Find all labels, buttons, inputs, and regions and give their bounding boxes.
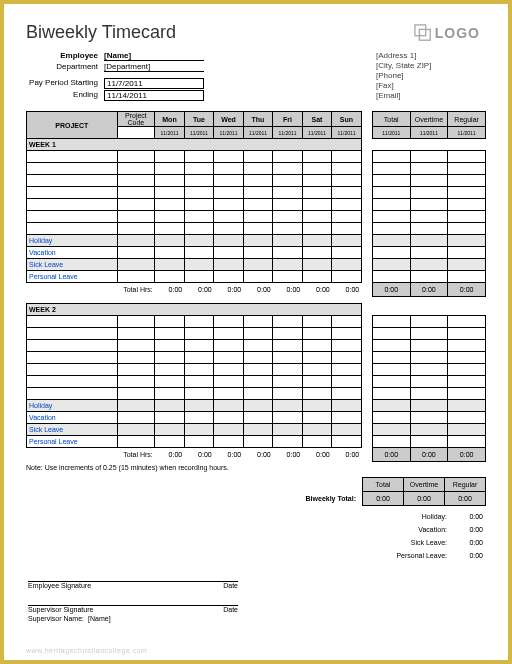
logo: LOGO xyxy=(414,24,480,42)
special-row[interactable]: Personal Leave xyxy=(27,436,486,448)
col-overtime: Overtime xyxy=(410,112,448,127)
sum-total: Total xyxy=(363,478,404,492)
col-fri: Fri xyxy=(273,112,303,127)
paystart-label: Pay Period Starting xyxy=(26,78,104,89)
emp-sig-label: Employee Signature xyxy=(28,582,223,589)
ending-label: Ending xyxy=(26,90,104,101)
special-row[interactable]: Sick Leave xyxy=(27,259,486,271)
sup-sig-label: Supervisor Signature xyxy=(28,606,223,613)
watermark: www.heritagechristiancollege.com xyxy=(26,647,147,654)
logo-text: LOGO xyxy=(435,25,480,41)
biweekly-label: Biweekly Total: xyxy=(303,492,363,506)
special-row[interactable]: Vacation xyxy=(27,412,486,424)
signature-block: Employee SignatureDate Supervisor Signat… xyxy=(28,581,238,632)
col-code: Project Code xyxy=(117,112,155,127)
department-label: Department xyxy=(26,62,104,72)
special-row[interactable]: Sick Leave xyxy=(27,424,486,436)
table-row[interactable] xyxy=(27,223,486,235)
sum-ot: Overtime xyxy=(404,478,445,492)
timecard-table: PROJECT Project Code Mon Tue Wed Thu Fri… xyxy=(26,111,486,462)
table-row[interactable] xyxy=(27,316,486,328)
sum-reg: Regular xyxy=(445,478,486,492)
col-mon: Mon xyxy=(155,112,185,127)
department-value[interactable]: [Department] xyxy=(104,62,204,72)
col-project: PROJECT xyxy=(27,112,118,139)
addr2: [City, State ZIP] xyxy=(376,61,486,70)
table-row[interactable] xyxy=(27,364,486,376)
col-wed: Wed xyxy=(214,112,244,127)
svg-rect-1 xyxy=(419,29,430,40)
table-row[interactable] xyxy=(27,340,486,352)
col-tue: Tue xyxy=(184,112,214,127)
email: [Email] xyxy=(376,91,486,100)
ending-value[interactable]: 11/14/2011 xyxy=(104,90,204,101)
table-row[interactable] xyxy=(27,151,486,163)
table-row[interactable] xyxy=(27,211,486,223)
special-row[interactable]: Vacation xyxy=(27,247,486,259)
col-sun: Sun xyxy=(332,112,362,127)
biweekly-summary: TotalOvertimeRegular Biweekly Total: 0:0… xyxy=(303,477,486,506)
leave-summary: Holiday:0:00 Vacation:0:00 Sick Leave:0:… xyxy=(393,510,486,562)
table-row[interactable] xyxy=(27,175,486,187)
col-regular: Regular xyxy=(448,112,486,127)
header-left: Employee [Name] Department [Department] … xyxy=(26,51,204,101)
svg-rect-0 xyxy=(415,25,426,36)
header-right: [Address 1] [City, State ZIP] [Phone] [F… xyxy=(376,51,486,101)
totals-row: Total Hrs:0:000:000:000:000:000:000:000:… xyxy=(27,448,486,462)
totals-row: Total Hrs:0:000:000:000:000:000:000:000:… xyxy=(27,283,486,297)
table-row[interactable] xyxy=(27,352,486,364)
col-thu: Thu xyxy=(243,112,273,127)
table-row[interactable] xyxy=(27,388,486,400)
table-row[interactable] xyxy=(27,163,486,175)
fax: [Fax] xyxy=(376,81,486,90)
table-row[interactable] xyxy=(27,199,486,211)
employee-label: Employee xyxy=(26,51,104,61)
col-sat: Sat xyxy=(302,112,332,127)
col-total: Total xyxy=(372,112,410,127)
table-row[interactable] xyxy=(27,376,486,388)
note: Note: Use increments of 0.25 (15 minutes… xyxy=(26,464,486,471)
logo-icon xyxy=(414,24,432,42)
week-header: WEEK 2 xyxy=(27,304,486,316)
special-row[interactable]: Personal Leave xyxy=(27,271,486,283)
employee-value[interactable]: [Name] xyxy=(104,51,204,61)
table-row[interactable] xyxy=(27,187,486,199)
phone: [Phone] xyxy=(376,71,486,80)
special-row[interactable]: Holiday xyxy=(27,400,486,412)
special-row[interactable]: Holiday xyxy=(27,235,486,247)
week-header: WEEK 1 xyxy=(27,139,486,151)
table-row[interactable] xyxy=(27,328,486,340)
paystart-value[interactable]: 11/7/2011 xyxy=(104,78,204,89)
addr1: [Address 1] xyxy=(376,51,486,60)
